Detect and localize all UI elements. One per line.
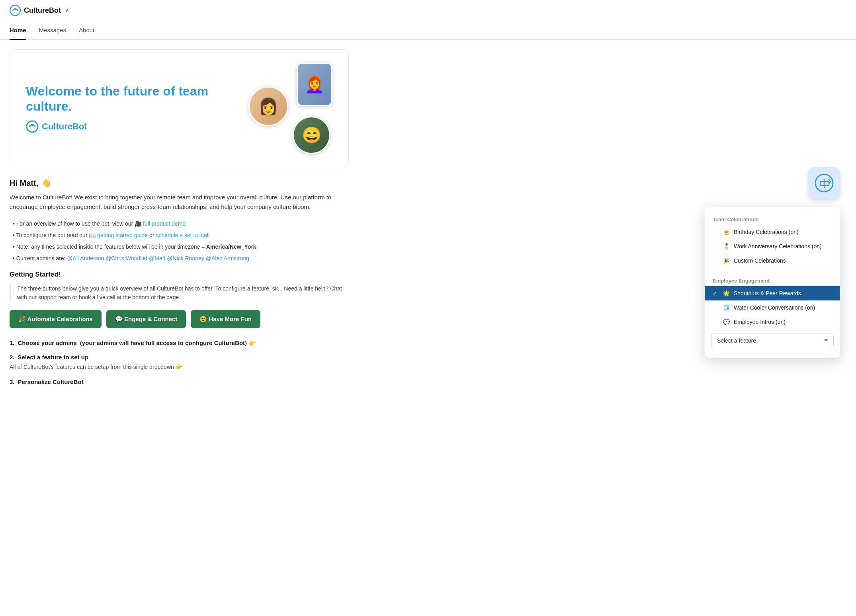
step-1: 1. Choose your admins (your admins will … bbox=[10, 339, 349, 347]
bullet-item-3: • Note: any times selected inside the fe… bbox=[13, 243, 349, 251]
birthday-celebrations-item[interactable]: 🎂 Birthday Celebrations (on) bbox=[705, 225, 840, 239]
app-name: CultureBot bbox=[24, 6, 61, 15]
main-nav: Home Messages About bbox=[0, 21, 856, 40]
shoutouts-icon: 🌟 bbox=[723, 290, 730, 296]
svg-point-1 bbox=[14, 8, 16, 10]
dropdown-arrow-icon: ∨ bbox=[65, 8, 68, 13]
shoutouts-peer-rewards-item[interactable]: ✓ 🌟 Shoutouts & Peer Rewards bbox=[705, 286, 840, 300]
bullet-list: • For an overview of how to use the bot,… bbox=[10, 220, 349, 263]
mention-chris[interactable]: @Chris Woodlief bbox=[106, 255, 147, 261]
hero-banner: Welcome to the future of team culture. C… bbox=[10, 49, 349, 167]
work-anniversary-item[interactable]: 🎖️ Work Anniversary Celebrations (on) bbox=[705, 239, 840, 253]
nav-item-home[interactable]: Home bbox=[10, 21, 26, 40]
have-more-fun-button[interactable]: 😊 Have More Fun bbox=[191, 310, 260, 328]
mention-alec[interactable]: @Alec Armstrong bbox=[206, 255, 249, 261]
bullet-item-1: • For an overview of how to use the bot,… bbox=[13, 220, 349, 228]
mention-nick[interactable]: @Nick Rooney bbox=[167, 255, 204, 261]
hero-text: Welcome to the future of team culture. C… bbox=[26, 84, 248, 133]
intros-icon: 💬 bbox=[723, 319, 730, 325]
cta-buttons: 🎉 Automate Celebrations 💬 Engage & Conne… bbox=[10, 310, 349, 328]
feature-select[interactable]: Select a feature Birthday Celebrations W… bbox=[711, 333, 834, 348]
anniversary-icon: 🎖️ bbox=[723, 243, 730, 250]
select-wrapper: Select a feature Birthday Celebrations W… bbox=[705, 329, 840, 355]
svg-point-3 bbox=[31, 124, 33, 126]
birthday-icon: 🎂 bbox=[723, 229, 730, 235]
main-content: Welcome to the future of team culture. C… bbox=[0, 40, 358, 402]
step-2-title: 2. Select a feature to set up bbox=[10, 354, 349, 361]
step-2-desc: All of CultureBot's features can be setu… bbox=[10, 363, 349, 371]
dropdown-divider bbox=[705, 271, 840, 271]
svg-point-0 bbox=[10, 5, 20, 16]
signpost-icon bbox=[815, 173, 834, 193]
engage-connect-button[interactable]: 💬 Engage & Connect bbox=[106, 310, 186, 328]
getting-started-link[interactable]: getting started guide bbox=[97, 232, 148, 238]
step-3-title: 3. Personalize CultureBot bbox=[10, 378, 349, 385]
step-2: 2. Select a feature to set up All of Cul… bbox=[10, 354, 349, 371]
water-cooler-item[interactable]: 🧊 Water Cooler Conversations (on) bbox=[705, 300, 840, 315]
app-logo[interactable]: CultureBot ∨ bbox=[10, 5, 68, 16]
team-celebrations-section-title: Team Celebrations bbox=[705, 213, 840, 225]
hero-photo-3: 😄 bbox=[293, 116, 330, 154]
automate-celebrations-button[interactable]: 🎉 Automate Celebrations bbox=[10, 310, 102, 328]
culturebot-logo-icon bbox=[10, 5, 21, 16]
bullet-item-2: • To configure the bot read our 📖 gettin… bbox=[13, 231, 349, 240]
hero-headline: Welcome to the future of team culture. bbox=[26, 84, 248, 114]
hero-logo: CultureBot bbox=[26, 120, 248, 133]
getting-started-body: The three buttons below give you a quick… bbox=[17, 284, 349, 302]
step-1-title: 1. Choose your admins (your admins will … bbox=[10, 339, 349, 347]
mention-ali[interactable]: @Ali Anderson bbox=[67, 255, 104, 261]
step-3: 3. Personalize CultureBot bbox=[10, 378, 349, 385]
employee-intros-item[interactable]: 💬 Employee Intros (on) bbox=[705, 315, 840, 329]
nav-item-messages[interactable]: Messages bbox=[39, 21, 66, 40]
getting-started-block: The three buttons below give you a quick… bbox=[10, 284, 349, 302]
app-header: CultureBot ∨ bbox=[0, 0, 856, 21]
getting-started-title: Getting Started! bbox=[10, 271, 349, 279]
custom-icon: 🎉 bbox=[723, 257, 730, 264]
svg-point-2 bbox=[27, 121, 38, 132]
feature-dropdown-panel: Team Celebrations 🎂 Birthday Celebration… bbox=[705, 207, 840, 358]
hero-logo-icon bbox=[26, 120, 39, 133]
custom-celebrations-item[interactable]: 🎉 Custom Celebrations bbox=[705, 253, 840, 268]
employee-engagement-section-title: Employee Engagement bbox=[705, 275, 840, 286]
welcome-text: Welcome to CultureBot! We exist to bring… bbox=[10, 193, 349, 212]
greeting: Hi Matt, 👋 bbox=[10, 178, 349, 188]
product-demo-link[interactable]: full product demo bbox=[143, 220, 186, 227]
nav-item-about[interactable]: About bbox=[79, 21, 94, 40]
hero-photo-1: 👩 bbox=[248, 86, 288, 126]
setup-call-link[interactable]: schedule a set up call bbox=[156, 232, 209, 238]
mention-matt[interactable]: @Matt bbox=[149, 255, 165, 261]
hero-photo-2: 👩‍🦰 bbox=[297, 62, 332, 106]
bullet-item-4: • Current admins are: @Ali Anderson @Chr… bbox=[13, 254, 349, 263]
floating-action-button[interactable] bbox=[808, 167, 840, 199]
water-cooler-icon: 🧊 bbox=[723, 304, 730, 311]
hero-photos: 👩 👩‍🦰 😄 bbox=[248, 62, 332, 154]
